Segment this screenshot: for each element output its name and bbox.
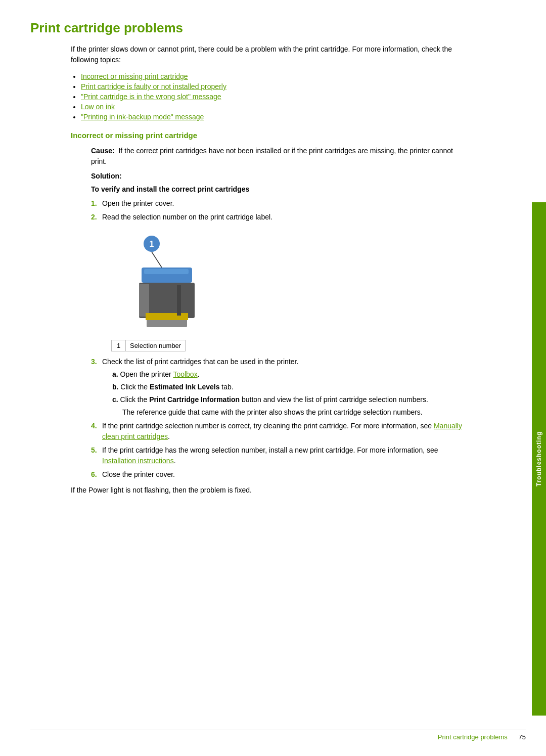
step-3-text: Check the list of print cartridges that … <box>102 358 298 366</box>
step-4-text: If the print cartridge selection number … <box>102 422 462 440</box>
topics-list: Incorrect or missing print cartridge Pri… <box>81 72 465 121</box>
legend-label: Selection number <box>126 340 186 351</box>
cause-block: Cause: If the correct print cartridges h… <box>91 146 465 167</box>
footer-bar: Print cartridge problems 75 <box>30 730 526 741</box>
legend-num: 1 <box>112 340 126 351</box>
sub-step-3a: a. Open the printer Toolbox. <box>112 369 465 380</box>
svg-rect-7 <box>146 313 188 320</box>
list-item[interactable]: Low on ink <box>81 103 465 111</box>
right-tab-wrapper: Troubleshooting <box>532 202 546 716</box>
footer-page: 75 <box>519 733 526 741</box>
power-line: If the Power light is not flashing, then… <box>71 485 465 496</box>
link-wrong-slot[interactable]: "Print cartridge is in the wrong slot" m… <box>81 93 221 101</box>
link-low-ink[interactable]: Low on ink <box>81 103 115 111</box>
step-1-text: Open the printer cover. <box>102 199 174 207</box>
svg-text:1: 1 <box>150 240 154 248</box>
intro-text: If the printer slows down or cannot prin… <box>71 44 465 65</box>
step-6: Close the printer cover. <box>91 469 465 480</box>
sub-label-c: c. <box>112 395 118 404</box>
step-4: If the print cartridge selection number … <box>91 421 465 442</box>
svg-line-2 <box>152 252 162 268</box>
step-2: Read the selection number on the print c… <box>91 212 465 223</box>
toolbox-link[interactable]: Toolbox <box>173 370 197 378</box>
section-heading: Incorrect or missing print cartridge <box>71 131 465 140</box>
step-5: If the print cartridge has the wrong sel… <box>91 445 465 466</box>
legend-table: 1 Selection number <box>111 340 186 351</box>
sub-text-a: Open the printer Toolbox. <box>120 370 200 378</box>
sub-step-3b: b. Click the Estimated Ink Levels tab. <box>112 382 465 392</box>
clean-cartridges-link[interactable]: Manually clean print cartridges <box>102 422 462 440</box>
step-6-text: Close the printer cover. <box>102 470 175 478</box>
step-5-text: If the print cartridge has the wrong sel… <box>102 446 438 465</box>
solution-label: Solution: <box>91 172 122 180</box>
sub-text-b: Click the Estimated Ink Levels tab. <box>120 383 233 391</box>
right-tab-text: Troubleshooting <box>535 431 542 486</box>
list-item[interactable]: Incorrect or missing print cartridge <box>81 72 465 80</box>
svg-rect-8 <box>144 269 189 274</box>
link-incorrect[interactable]: Incorrect or missing print cartridge <box>81 72 188 80</box>
installation-link[interactable]: Installation instructions <box>102 457 174 465</box>
cartridge-image-area: 1 1 Selection number <box>111 230 465 351</box>
svg-rect-5 <box>139 284 149 317</box>
step-1: Open the printer cover. <box>91 198 465 209</box>
svg-rect-9 <box>177 285 181 316</box>
list-item[interactable]: "Print cartridge is in the wrong slot" m… <box>81 93 465 101</box>
cause-text: If the correct print cartridges have not… <box>91 147 453 165</box>
step-3: Check the list of print cartridges that … <box>91 357 465 418</box>
steps-list: Open the printer cover. Read the selecti… <box>91 198 465 223</box>
sub-label-a: a. <box>112 370 118 378</box>
list-item[interactable]: Print cartridge is faulty or not install… <box>81 82 465 91</box>
link-faulty[interactable]: Print cartridge is faulty or not install… <box>81 82 226 91</box>
cartridge-diagram: 1 <box>111 230 212 336</box>
step-2-text: Read the selection number on the print c… <box>102 213 272 221</box>
page-title: Print cartridge problems <box>30 20 465 36</box>
sub-steps-3: a. Open the printer Toolbox. b. Click th… <box>112 369 465 418</box>
sub-label-b: b. <box>112 383 118 391</box>
sub-step-3c: c. Click the Print Cartridge Information… <box>112 394 465 418</box>
solution-block: Solution: <box>91 172 465 180</box>
note-text-3c: The reference guide that came with the p… <box>122 407 465 418</box>
steps-list-2: Check the list of print cartridges that … <box>91 357 465 480</box>
sub-text-c: Click the Print Cartridge Information bu… <box>120 395 428 404</box>
footer-link[interactable]: Print cartridge problems <box>438 733 508 741</box>
cause-label: Cause: <box>91 147 115 155</box>
subsection-title: To verify and install the correct print … <box>91 185 465 193</box>
link-ink-backup[interactable]: "Printing in ink-backup mode" message <box>81 113 204 121</box>
list-item[interactable]: "Printing in ink-backup mode" message <box>81 113 465 121</box>
